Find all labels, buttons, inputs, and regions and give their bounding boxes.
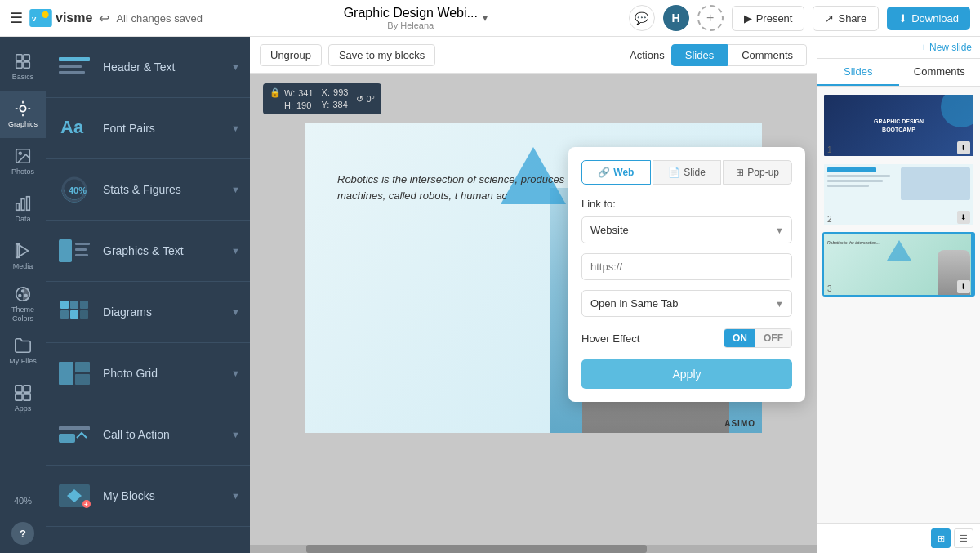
block-label-graphics-text: Graphics & Text — [103, 244, 184, 257]
slide-thumb-2[interactable]: 2 ⬇ — [822, 163, 975, 227]
block-item-my-blocks[interactable]: + My Blocks ▼ — [46, 466, 250, 527]
sidebar-item-data[interactable]: Data — [0, 185, 46, 233]
svg-rect-30 — [59, 239, 72, 262]
block-label-my-blocks: My Blocks — [103, 489, 155, 502]
data-label: Data — [15, 215, 30, 224]
asimo-label: ASIMO — [724, 419, 755, 428]
link-type-select[interactable]: Website — [581, 216, 792, 243]
w-value[interactable]: 341 — [298, 88, 313, 98]
block-item-diagrams[interactable]: Diagrams ▼ — [46, 282, 250, 343]
sidebar-item-basics[interactable]: Basics — [0, 43, 46, 91]
svg-text:v: v — [32, 14, 37, 23]
share-button[interactable]: ↗ Share — [813, 6, 879, 31]
apply-button[interactable]: Apply — [581, 359, 792, 389]
bar-1 — [827, 167, 876, 172]
h-value[interactable]: 190 — [296, 100, 311, 110]
rotate-value[interactable]: 0° — [366, 94, 375, 104]
help-button[interactable]: ? — [11, 522, 34, 545]
block-header-cta-row[interactable]: Call to Action ▼ — [46, 404, 250, 465]
link-tab-slide[interactable]: 📄 Slide — [653, 160, 722, 185]
block-header-font-pairs-row[interactable]: Aa Font Pairs ▼ — [46, 98, 250, 158]
block-header-photo-grid-row[interactable]: Photo Grid ▼ — [46, 343, 250, 404]
comment-button[interactable]: 💬 — [629, 5, 655, 31]
canvas-scrollbar[interactable] — [250, 545, 817, 553]
zoom-minus[interactable]: — — [19, 509, 28, 519]
block-item-graphics-text[interactable]: Graphics & Text ▼ — [46, 221, 250, 282]
svg-point-18 — [24, 294, 27, 297]
link-popup: 🔗 Web 📄 Slide ⊞ Pop-up Link to: — [568, 147, 805, 402]
slide-1-number: 1 — [827, 145, 832, 154]
block-header-graphics-text-row[interactable]: Graphics & Text ▼ — [46, 221, 250, 281]
avatar: H — [663, 5, 689, 31]
svg-text:+: + — [84, 501, 88, 508]
svg-rect-35 — [70, 301, 78, 309]
graphics-label: Graphics — [8, 120, 38, 129]
svg-point-9 — [19, 153, 21, 155]
diagrams-icon — [57, 295, 91, 329]
block-header-my-blocks-row[interactable]: + My Blocks ▼ — [46, 466, 250, 526]
slide-2-image-box — [901, 167, 971, 200]
slide-thumb-1[interactable]: GRAPHIC DESIGNBOOTCAMP 1 ⬇ — [822, 93, 975, 158]
doc-subtitle: By Heleana — [344, 20, 478, 30]
zoom-level: 40% — [14, 496, 32, 506]
slide-1-title: GRAPHIC DESIGNBOOTCAMP — [871, 114, 927, 136]
tab-comments-panel[interactable]: Comments — [899, 59, 981, 86]
block-header-text-row[interactable]: Header & Text ▼ — [46, 37, 250, 97]
block-item-stats[interactable]: 40% Stats & Figures ▼ — [46, 159, 250, 221]
title-chevron-icon[interactable]: ▾ — [483, 12, 488, 24]
tab-slides-panel[interactable]: Slides — [817, 59, 899, 86]
sidebar-item-apps[interactable]: Apps — [0, 375, 46, 422]
add-collaborator-button[interactable]: + — [697, 5, 724, 31]
ungroup-button[interactable]: Ungroup — [260, 44, 322, 66]
present-button[interactable]: ▶ Present — [732, 6, 805, 31]
x-value[interactable]: 993 — [333, 87, 348, 97]
slide-thumb-3[interactable]: Robotics is the intersection... 3 ⬇ — [822, 232, 975, 297]
new-slide-button[interactable]: + New slide — [921, 42, 972, 53]
slide-1-action[interactable]: ⬇ — [957, 141, 970, 154]
sidebar-item-media[interactable]: Media — [0, 233, 46, 280]
block-chevron-header-text: ▼ — [231, 62, 240, 72]
link-tab-popup[interactable]: ⊞ Pop-up — [723, 160, 792, 185]
slide-2-action[interactable]: ⬇ — [957, 211, 970, 224]
link-type-select-wrapper: Website ▼ — [581, 216, 792, 243]
link-open-select[interactable]: Open in Same Tab — [581, 290, 792, 317]
link-url-input[interactable] — [581, 253, 792, 280]
list-view-button[interactable]: ☰ — [954, 528, 973, 548]
download-button[interactable]: ⬇ Download — [887, 7, 970, 30]
sidebar-item-theme-colors[interactable]: Theme Colors — [0, 280, 46, 328]
block-header-stats-row[interactable]: 40% Stats & Figures ▼ — [46, 159, 250, 220]
tab-slides[interactable]: Slides — [671, 44, 728, 66]
block-item-photo-grid[interactable]: Photo Grid ▼ — [46, 343, 250, 404]
block-item-header-text[interactable]: Header & Text ▼ — [46, 37, 250, 98]
photos-label: Photos — [11, 167, 34, 176]
graphics-text-icon — [57, 234, 91, 268]
line-3 — [827, 185, 869, 187]
link-open-wrapper: Open in Same Tab ▼ — [581, 290, 792, 317]
tab-comments[interactable]: Comments — [728, 44, 807, 66]
link-tab-web[interactable]: 🔗 Web — [581, 160, 651, 185]
block-item-cta[interactable]: Call to Action ▼ — [46, 404, 250, 466]
block-header-diagrams-row[interactable]: Diagrams ▼ — [46, 282, 250, 342]
undo-button[interactable]: ↩ — [99, 11, 109, 26]
sidebar-item-my-files[interactable]: My Files — [0, 328, 46, 375]
svg-rect-21 — [16, 394, 22, 400]
canvas-scrollbar-thumb[interactable] — [306, 545, 646, 553]
slides-header: + New slide — [817, 37, 980, 59]
block-item-font-pairs[interactable]: Aa Font Pairs ▼ — [46, 98, 250, 159]
toggle-on-button[interactable]: ON — [724, 329, 755, 347]
toggle-off-button[interactable]: OFF — [755, 329, 791, 347]
menu-icon[interactable]: ☰ — [10, 9, 23, 27]
my-blocks-icon: + — [57, 479, 91, 513]
svg-rect-43 — [59, 426, 90, 430]
block-label-diagrams: Diagrams — [103, 305, 152, 319]
share-icon: ↗ — [825, 12, 834, 25]
slide-3-number: 3 — [827, 284, 832, 293]
y-value[interactable]: 384 — [332, 100, 347, 109]
save-to-blocks-button[interactable]: Save to my blocks — [328, 44, 436, 66]
sidebar-item-photos[interactable]: Photos — [0, 138, 46, 185]
grid-view-button[interactable]: ⊞ — [931, 528, 951, 548]
link-tab-slide-label: Slide — [684, 167, 706, 178]
slide-3-action[interactable]: ⬇ — [957, 280, 970, 293]
sidebar-item-graphics[interactable]: Graphics — [0, 91, 46, 138]
w-label: W: — [284, 88, 295, 98]
